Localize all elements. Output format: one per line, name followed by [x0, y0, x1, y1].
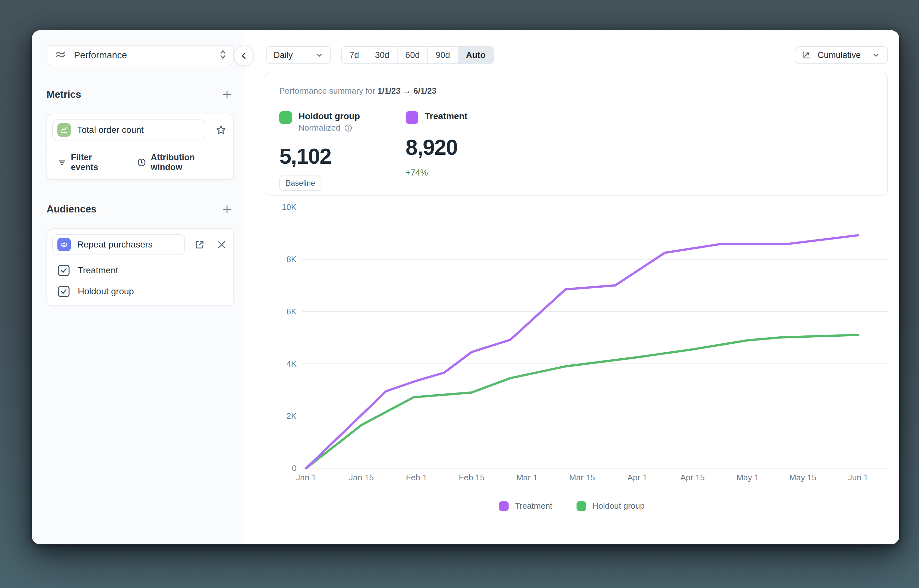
- holdout-color-swatch: [279, 111, 292, 124]
- cumulative-line-chart[interactable]: 02K4K6K8K10KJan 1Jan 15Feb 1Feb 15Mar 1M…: [265, 204, 888, 492]
- x-tick-label: Jan 15: [349, 473, 374, 482]
- view-selector[interactable]: Performance: [47, 45, 234, 65]
- open-external-icon[interactable]: [193, 237, 206, 252]
- group-name: Holdout group: [298, 110, 360, 122]
- summary-title: Performance summary for 1/1/23 → 6/1/23: [279, 86, 873, 96]
- performance-summary-card: Performance summary for 1/1/23 → 6/1/23 …: [265, 73, 888, 195]
- metric-pill[interactable]: Total order count: [52, 120, 205, 141]
- range-segmented-control: 7d 30d 60d 90d Auto: [341, 46, 494, 64]
- granularity-select[interactable]: Daily: [266, 46, 331, 64]
- y-tick-label: 2K: [286, 411, 297, 421]
- legend-item-treatment[interactable]: Treatment: [499, 501, 553, 511]
- checkbox-label: Treatment: [78, 265, 118, 276]
- audience-card: Repeat purchasers Tr: [47, 228, 234, 306]
- checkbox-holdout[interactable]: [58, 286, 70, 297]
- view-selector-label: Performance: [74, 50, 212, 61]
- updown-chevrons-icon: [219, 49, 227, 61]
- series-line-holdout-group: [306, 335, 858, 468]
- group-name: Treatment: [425, 110, 467, 122]
- checkbox-row-holdout[interactable]: Holdout group: [58, 286, 228, 297]
- mode-select[interactable]: Cumulative: [795, 46, 888, 64]
- x-tick-label: Jan 1: [296, 473, 316, 482]
- metrics-heading: Metrics: [47, 89, 81, 100]
- axes-icon: [802, 50, 811, 60]
- x-tick-label: Apr 15: [680, 473, 705, 482]
- range-7d[interactable]: 7d: [342, 47, 367, 63]
- star-icon[interactable]: [214, 123, 228, 137]
- audience-pill[interactable]: Repeat purchasers: [52, 234, 185, 255]
- y-tick-label: 0: [292, 464, 297, 473]
- add-metric-button[interactable]: [220, 87, 234, 102]
- treatment-legend-swatch: [499, 501, 509, 511]
- legend-item-holdout[interactable]: Holdout group: [577, 501, 645, 511]
- y-tick-label: 6K: [286, 307, 297, 316]
- treatment-value: 8,920: [405, 135, 501, 160]
- x-tick-label: May 1: [736, 473, 759, 482]
- info-icon[interactable]: [344, 124, 353, 132]
- treatment-delta: +74%: [405, 168, 501, 178]
- x-tick-label: Mar 15: [569, 473, 595, 482]
- series-line-treatment: [306, 236, 858, 468]
- holdout-legend-swatch: [577, 501, 586, 511]
- chevron-down-icon: [315, 51, 323, 59]
- group-sublabel: Normalized: [298, 123, 340, 133]
- users-icon: [57, 238, 71, 251]
- range-90d[interactable]: 90d: [427, 47, 457, 63]
- chart-legend: Treatment Holdout group: [244, 501, 899, 511]
- trend-waves-icon: [55, 48, 67, 62]
- app-window: Performance Metrics: [32, 30, 899, 544]
- summary-group-treatment: Treatment 8,920 +74%: [405, 110, 501, 191]
- chevron-down-icon: [872, 51, 880, 59]
- range-auto[interactable]: Auto: [457, 47, 493, 63]
- x-tick-label: Apr 1: [627, 473, 647, 482]
- summary-date-range: 1/1/23 → 6/1/23: [378, 86, 436, 95]
- collapse-sidebar-button[interactable]: [234, 45, 254, 66]
- sidebar: Performance Metrics: [32, 30, 244, 544]
- y-tick-label: 4K: [286, 359, 297, 368]
- metric-card: Total order count Filter events: [47, 114, 234, 180]
- audiences-heading: Audiences: [47, 204, 97, 215]
- checkbox-row-treatment[interactable]: Treatment: [58, 265, 228, 276]
- x-tick-label: Mar 1: [516, 473, 537, 482]
- x-tick-label: Jun 1: [848, 473, 868, 482]
- main-panel: Daily 7d 30d 60d 90d Auto Cumulative: [244, 30, 899, 544]
- range-30d[interactable]: 30d: [367, 47, 397, 63]
- x-tick-label: May 15: [789, 473, 816, 482]
- summary-group-holdout: Holdout group Normalized 5,102 Baseline: [279, 110, 375, 191]
- add-audience-button[interactable]: [220, 202, 234, 216]
- toolbar: Daily 7d 30d 60d 90d Auto Cumulative: [266, 46, 888, 64]
- y-tick-label: 8K: [286, 255, 297, 264]
- filter-events-button[interactable]: Filter events: [57, 153, 119, 172]
- line-chart-icon: [57, 123, 71, 137]
- holdout-value: 5,102: [279, 144, 375, 168]
- baseline-badge: Baseline: [279, 176, 321, 191]
- range-60d[interactable]: 60d: [397, 47, 427, 63]
- treatment-color-swatch: [405, 111, 418, 124]
- metric-name: Total order count: [77, 125, 144, 135]
- x-tick-label: Feb 1: [406, 473, 427, 482]
- y-tick-label: 10K: [282, 204, 297, 212]
- audience-name: Repeat purchasers: [77, 239, 153, 250]
- checkbox-label: Holdout group: [78, 286, 134, 297]
- remove-audience-icon[interactable]: [215, 237, 228, 252]
- checkbox-treatment[interactable]: [58, 265, 70, 276]
- attribution-window-button[interactable]: Attribution window: [137, 153, 224, 172]
- x-tick-label: Feb 15: [459, 473, 485, 482]
